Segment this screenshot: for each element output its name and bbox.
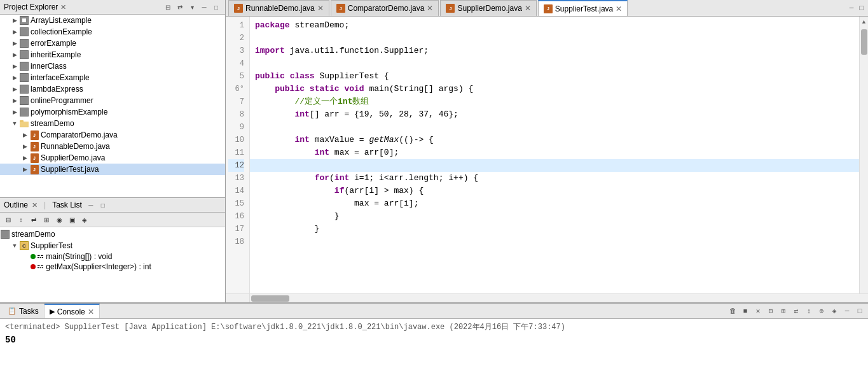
code-text: main(String[] args) { xyxy=(364,83,474,95)
scroll-thumb[interactable] xyxy=(861,29,867,55)
console-btn-3[interactable]: ⇄ xyxy=(790,306,802,317)
tree-item-inherit[interactable]: ▶ inheritExample xyxy=(0,49,225,60)
code-line-17: } xyxy=(250,223,859,236)
scroll-up-arrow[interactable]: ▲ xyxy=(861,18,867,27)
line-numbers: 1 2 3 4 5 6° 7 8 9 10 11 12 13 14 15 16 … xyxy=(226,17,250,293)
tree-item-online[interactable]: ▶ onlineProgrammer xyxy=(0,95,225,106)
console-minimize[interactable]: ─ xyxy=(841,306,853,317)
java-file-icon: J xyxy=(29,153,39,163)
outline-btn-4[interactable]: ⊞ xyxy=(41,214,52,225)
tree-arrow: ▶ xyxy=(10,63,19,69)
code-text xyxy=(255,236,260,248)
code-editor[interactable]: package streamDemo; import java.util.fun… xyxy=(250,17,859,293)
tree-item-error[interactable]: ▶ errorExample xyxy=(0,38,225,49)
console-tab-close-icon[interactable]: ✕ xyxy=(88,308,94,316)
outline-btn-3[interactable]: ⇄ xyxy=(28,214,39,225)
tab-runnable[interactable]: J RunnableDemo.java ✕ xyxy=(228,0,329,16)
project-explorer-title: Project Explorer xyxy=(4,3,58,11)
outline-minimize-icon[interactable]: ─ xyxy=(86,200,96,210)
tree-label: lambdaExpress xyxy=(31,85,83,94)
hscroll-thumb[interactable] xyxy=(251,295,289,302)
right-panel: J RunnableDemo.java ✕ J ComparatorDemo.j… xyxy=(226,0,868,302)
console-btn-close[interactable]: ✕ xyxy=(752,306,764,317)
tab-suppliertest[interactable]: J SupplierTest.java ✕ xyxy=(538,0,628,16)
outline-btn-5[interactable]: ◉ xyxy=(53,214,65,225)
code-line-15: max = arr[i]; xyxy=(250,197,859,210)
package-icon xyxy=(19,95,29,106)
editor-hscroll[interactable] xyxy=(226,293,868,302)
tree-item-inner[interactable]: ▶ innerClass xyxy=(0,60,225,72)
tab-close-active-icon[interactable]: ✕ xyxy=(616,5,622,13)
console-btn-stop[interactable]: ■ xyxy=(740,306,751,317)
hscroll-track[interactable] xyxy=(250,294,868,302)
console-icon: ▶ xyxy=(50,307,55,316)
outline-maximize-icon[interactable]: □ xyxy=(98,200,108,210)
tab-close-icon[interactable]: ✕ xyxy=(317,4,324,12)
line-num-6: 6° xyxy=(228,83,244,95)
code-text: max = arr[0]; xyxy=(329,146,399,159)
console-btn-1[interactable]: ⊟ xyxy=(765,306,776,317)
tree-item-streamdemo[interactable]: ▼ streamDemo xyxy=(0,118,225,129)
tree-arrow-expanded: ▼ xyxy=(10,243,19,249)
console-maximize[interactable]: □ xyxy=(854,306,865,317)
view-menu-icon[interactable]: ▾ xyxy=(187,2,197,12)
tree-item-runnabledemo[interactable]: ▶ J RunnableDemo.java xyxy=(0,141,225,152)
maximize-panel-icon[interactable]: □ xyxy=(211,2,221,12)
console-terminated-msg: <terminated> SupplierTest [Java Applicat… xyxy=(5,321,863,333)
close-icon[interactable]: ✕ xyxy=(60,3,66,11)
tree-item-supplierdemo[interactable]: ▶ J SupplierDemo.java xyxy=(0,152,225,164)
tree-item-interface[interactable]: ▶ interfaceExample xyxy=(0,72,225,83)
outline-item-getmax[interactable]: 𝌂 getMax(Supplier<Integer>) : int xyxy=(0,262,225,272)
outline-item-streamdemo[interactable]: streamDemo xyxy=(0,229,225,240)
task-list-tab[interactable]: Task List xyxy=(52,201,82,209)
hscroll-corner xyxy=(226,294,250,302)
outline-btn-1[interactable]: ⊟ xyxy=(3,214,14,225)
tree-item-collection[interactable]: ▶ collectionExample xyxy=(0,26,225,38)
line-num-9: 9 xyxy=(228,121,244,134)
tab-supplierdemo[interactable]: J SupplierDemo.java ✕ xyxy=(440,0,536,16)
tab-tasks[interactable]: 📋 Tasks xyxy=(3,304,45,318)
editor-minimize-icon[interactable]: ─ xyxy=(848,4,856,12)
outline-btn-7[interactable]: ◈ xyxy=(79,214,90,225)
project-explorer-title-area: Project Explorer ✕ xyxy=(4,3,66,11)
package-icon xyxy=(19,84,29,94)
tab-console[interactable]: ▶ Console ✕ xyxy=(45,304,100,318)
console-btn-2[interactable]: ⊞ xyxy=(778,306,789,317)
editor-maximize-icon[interactable]: □ xyxy=(857,4,865,12)
tab-comparator[interactable]: J ComparatorDemo.java ✕ xyxy=(331,0,439,16)
outline-toolbar: ⊟ ↕ ⇄ ⊞ ◉ ▣ ◈ xyxy=(0,213,225,227)
code-line-16: } xyxy=(250,210,859,223)
outline-item-suppliertest[interactable]: ▼ C SupplierTest xyxy=(0,240,225,251)
tree-item-arraylist[interactable]: ▶ ArrayList.example xyxy=(0,15,225,26)
console-btn-6[interactable]: ◈ xyxy=(829,306,840,317)
code-text xyxy=(255,172,315,185)
editor-scrollbar[interactable]: ▲ xyxy=(859,17,868,293)
outline-close-icon[interactable]: ✕ xyxy=(32,201,38,209)
outline-tree[interactable]: streamDemo ▼ C SupplierTest xyxy=(0,227,225,302)
tab-close-icon[interactable]: ✕ xyxy=(427,4,433,12)
console-output: 50 xyxy=(5,333,863,347)
outline-item-main[interactable]: 𝌂 main(String[]) : void xyxy=(0,251,225,262)
outline-btn-2[interactable]: ↕ xyxy=(15,214,27,225)
tree-item-polymorphism[interactable]: ▶ polymorphismExample xyxy=(0,106,225,118)
console-btn-4[interactable]: ↕ xyxy=(803,306,815,317)
tree-label: inheritExample xyxy=(31,50,81,59)
project-tree[interactable]: ▶ ArrayList.example ▶ collectionExample xyxy=(0,15,225,197)
tree-arrow: ▶ xyxy=(20,132,29,138)
tree-item-lambda[interactable]: ▶ lambdaExpress xyxy=(0,83,225,95)
package-icon xyxy=(0,229,10,239)
collapse-all-icon[interactable]: ⊟ xyxy=(163,2,173,12)
console-content: <terminated> SupplierTest [Java Applicat… xyxy=(0,319,868,366)
keyword: int xyxy=(315,146,329,159)
method: getMax xyxy=(369,134,399,146)
minimize-panel-icon[interactable]: ─ xyxy=(199,2,209,12)
line-num-1: 1 xyxy=(228,19,244,32)
console-btn-5[interactable]: ⊕ xyxy=(816,306,827,317)
tab-close-icon[interactable]: ✕ xyxy=(525,4,531,12)
console-btn-clear[interactable]: 🗑 xyxy=(727,306,738,317)
tree-item-comparator[interactable]: ▶ J ComparatorDemo.java xyxy=(0,129,225,141)
link-editor-icon[interactable]: ⇄ xyxy=(175,2,185,12)
code-text xyxy=(255,185,334,197)
outline-btn-6[interactable]: ▣ xyxy=(66,214,78,225)
tree-item-suppliertest[interactable]: ▶ J SupplierTest.java xyxy=(0,164,225,175)
